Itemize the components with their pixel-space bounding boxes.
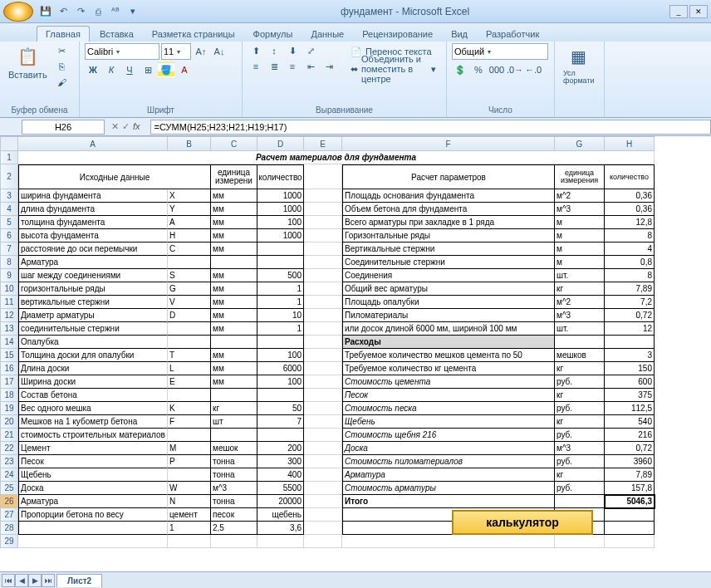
cell[interactable]: 0,8 [605,256,655,269]
cell[interactable]: Объем бетона для фундамента [342,203,555,216]
cell[interactable] [211,535,257,548]
cell[interactable]: E [168,375,211,389]
cell[interactable]: 100 [257,349,304,362]
currency-icon[interactable]: 💲 [452,62,468,77]
cell[interactable] [304,336,342,349]
cell[interactable]: D [168,309,211,322]
row-header[interactable]: 5 [0,216,18,229]
cell[interactable]: 1 [257,282,304,296]
cell[interactable] [168,256,211,269]
cell[interactable]: 2,5 [211,522,257,535]
col-header-D[interactable]: D [257,136,304,151]
next-sheet-button[interactable]: ▶ [28,574,42,587]
row-header[interactable]: 24 [0,468,18,482]
cell[interactable]: кг [555,389,605,402]
cell[interactable]: H [168,229,211,243]
comma-icon[interactable]: 000 [488,62,505,77]
cell[interactable]: 6000 [257,362,304,375]
cell[interactable] [211,389,257,402]
cell[interactable]: мм [211,375,257,389]
cell[interactable]: Песок [18,455,168,468]
cell[interactable]: 100 [257,375,304,389]
spreadsheet-grid[interactable]: ABCDEFGH 1234567891011121314151617181920… [0,136,711,571]
cell[interactable] [304,282,342,296]
cell[interactable]: Расчет материалов для фундамента [18,151,655,164]
cell[interactable]: P [168,455,211,468]
cell[interactable]: ширина фундамента [18,189,168,203]
cell[interactable]: 7 [257,415,304,429]
cell[interactable] [555,336,605,349]
cell[interactable] [257,535,304,548]
cell[interactable] [257,336,304,349]
cell[interactable]: Стоимость песка [342,402,555,415]
cell[interactable]: K [168,402,211,415]
cell[interactable]: цемент [168,508,211,522]
cell[interactable]: кг [555,282,605,296]
cell[interactable] [168,429,211,442]
cell[interactable]: 20000 [257,495,304,508]
cell[interactable]: 3 [605,349,655,362]
cell[interactable]: 10 [257,309,304,322]
row-header[interactable]: 9 [0,269,18,282]
cell[interactable]: 5500 [257,482,304,495]
name-box[interactable]: H26 [22,120,105,135]
cell[interactable]: Y [168,203,211,216]
paste-button[interactable]: 📋 Вставить [5,43,51,81]
row-header[interactable]: 23 [0,455,18,468]
cell[interactable]: мм [211,243,257,256]
cell[interactable]: м [555,229,605,243]
cell[interactable]: мм [211,189,257,203]
conditional-format-button[interactable]: ▦ Услформати [560,43,598,86]
cell[interactable] [304,468,342,482]
cell[interactable]: м [555,216,605,229]
cell[interactable]: песок [211,508,257,522]
cell[interactable]: м^2 [555,296,605,309]
tab-developer[interactable]: Разработчик [478,27,547,42]
cell[interactable]: 157,8 [605,482,655,495]
cell[interactable]: Стоимость арматуры [342,482,555,495]
cell[interactable] [168,535,211,548]
cell[interactable] [304,322,342,336]
cell[interactable] [304,402,342,415]
cell[interactable] [257,429,304,442]
cell[interactable]: Вертикальные стержни [342,243,555,256]
font-name-combo[interactable]: Calibri▾ [85,43,159,60]
row-header[interactable]: 25 [0,482,18,495]
cell[interactable] [304,256,342,269]
cell[interactable] [605,535,655,548]
cell[interactable]: или досок длиной 6000 мм, шириной 100 мм [342,322,555,336]
cell[interactable] [304,522,342,535]
cell[interactable]: 216 [605,429,655,442]
cell[interactable]: мм [211,349,257,362]
cell[interactable]: S [168,269,211,282]
cell[interactable] [304,495,342,508]
cell[interactable]: расстояние до оси перемычки [18,243,168,256]
increase-decimal-icon[interactable]: .0→ [507,62,523,77]
cell[interactable]: Доска [18,482,168,495]
cell[interactable]: Пиломатериалы [342,309,555,322]
enter-formula-icon[interactable]: ✓ [122,121,130,132]
align-center-icon[interactable]: ≣ [266,59,282,74]
cell[interactable]: единица измерени [211,164,257,189]
cell[interactable]: T [168,349,211,362]
cell[interactable]: 8 [605,229,655,243]
cell[interactable]: 150 [605,362,655,375]
cell[interactable]: мешков [555,349,605,362]
cell[interactable]: Стоимость пиломатериалов [342,455,555,468]
redo-icon[interactable]: ↷ [73,4,88,19]
tab-formulas[interactable]: Формулы [245,27,302,42]
cell[interactable]: высота фундамента [18,229,168,243]
cell[interactable]: мм [211,322,257,336]
cell[interactable] [605,522,655,535]
cell[interactable]: Площадь опалубки [342,296,555,309]
cell[interactable]: G [168,282,211,296]
cell[interactable] [168,468,211,482]
cell[interactable] [342,535,555,548]
cell[interactable]: 1 [257,322,304,336]
cell[interactable] [555,535,605,548]
cell[interactable]: руб. [555,482,605,495]
save-icon[interactable]: 💾 [38,4,53,19]
increase-font-icon[interactable]: A↑ [193,44,209,59]
cell[interactable]: стоимость строительных материалов [18,429,168,442]
cell[interactable]: Арматура [342,468,555,482]
